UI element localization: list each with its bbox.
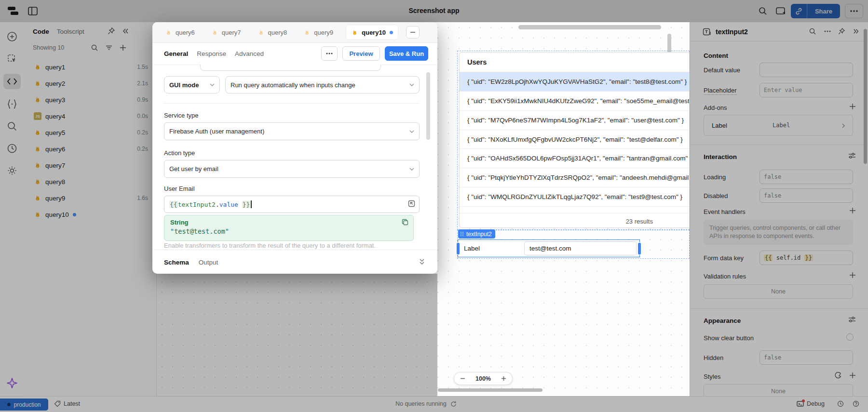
minimize-editor-button[interactable] [406, 26, 420, 39]
run-behavior-select[interactable]: Run query automatically when inputs chan… [225, 76, 420, 93]
users-table[interactable]: Users { "uid": "EW2z8LpOjhXwYQJuKYGVAVHa… [459, 52, 690, 228]
action-type-select[interactable]: Get user by email [164, 160, 420, 178]
preview-app-icon[interactable] [775, 6, 786, 16]
ai-assistant-sparkle-icon[interactable] [6, 377, 18, 389]
canvas-top-scrollbar[interactable] [518, 25, 661, 29]
table-row[interactable]: { "uid": "NXoKLfUmxfgQFgbvUW2ckcPT6Nj2",… [460, 130, 689, 149]
query-filter-icon[interactable] [105, 44, 113, 52]
add-query-icon[interactable] [119, 44, 127, 52]
expand-results-icon[interactable] [419, 258, 425, 266]
service-type-select[interactable]: Firebase Auth (user management) [164, 122, 420, 140]
editor-scrollbar[interactable] [426, 72, 430, 140]
copy-link-icon[interactable] [791, 4, 807, 18]
add-component-icon[interactable] [6, 31, 18, 42]
state-panel-icon[interactable] [6, 98, 18, 110]
canvas-bottom-scrollbar[interactable] [438, 388, 542, 392]
text-input-field[interactable]: test@test.com [524, 241, 637, 255]
collapse-panel-icon[interactable] [122, 27, 130, 35]
search-icon[interactable] [758, 6, 768, 16]
tab-output[interactable]: Output [199, 259, 218, 266]
query-search-icon[interactable] [91, 44, 98, 52]
help-icon[interactable] [853, 400, 859, 407]
query-list-item[interactable]: query3 0.9s [24, 92, 157, 108]
table-row[interactable]: { "uid": "M7QvP6neS7M7WImpn4L5og7K1aF2",… [460, 111, 689, 130]
tab-toolscript[interactable]: Toolscript [57, 28, 84, 35]
hidden-input[interactable]: false [760, 350, 853, 365]
query-list-item[interactable]: query2 2.1s [24, 75, 157, 92]
default-value-input[interactable] [760, 63, 853, 77]
table-row[interactable]: { "uid": "EW2z8LpOjhXwYQJuKYGVAVHaStG2",… [460, 72, 689, 92]
zoom-level[interactable]: 100% [475, 375, 491, 382]
zoom-in-icon[interactable] [501, 376, 506, 381]
environment-badge[interactable]: production [0, 399, 48, 411]
search-panel-icon[interactable] [6, 120, 18, 132]
resize-handle-left[interactable] [456, 242, 460, 255]
expand-panel-right-icon[interactable] [852, 27, 860, 35]
interaction-settings-icon[interactable] [848, 152, 856, 159]
table-row[interactable]: { "uid": "WMQLRGDnZYULIZikTLqgLjaz7Q92",… [460, 187, 689, 207]
styles-theme-icon[interactable] [835, 372, 842, 379]
query-tab-active[interactable]: query10 [346, 25, 398, 40]
preview-button[interactable]: Preview [342, 46, 380, 61]
query-list-item[interactable]: query5 0.2s [24, 124, 157, 141]
show-clear-checkbox[interactable] [846, 333, 854, 341]
loading-input[interactable]: false [760, 170, 853, 184]
inspector-pin-icon[interactable] [838, 27, 845, 35]
settings-gear-icon[interactable] [6, 165, 18, 176]
more-options-button[interactable] [845, 4, 863, 18]
code-panel-icon[interactable] [6, 76, 18, 87]
addons-add-icon[interactable] [849, 103, 856, 110]
query-tab[interactable]: query6 [165, 29, 195, 36]
zoom-out-icon[interactable] [460, 376, 465, 381]
query-list-item[interactable]: query9 1.6s [24, 190, 157, 206]
table-row[interactable]: { "uid": "OAHdSx565DOL6pwFOsp5jj31AQr1",… [460, 149, 689, 168]
form-data-key-input[interactable]: {{ self.id }} [760, 251, 853, 265]
inspector-search-icon[interactable] [809, 27, 816, 35]
query-list-item[interactable]: query7 [24, 157, 157, 173]
label-addon-row[interactable]: Label Label [704, 115, 853, 136]
query-tab[interactable]: query7 [211, 29, 241, 36]
query-tab[interactable]: query9 [303, 29, 333, 36]
tab-response[interactable]: Response [197, 50, 226, 57]
pin-panel-icon[interactable] [107, 27, 115, 35]
validation-add-icon[interactable] [849, 272, 856, 279]
query-list-item[interactable]: query10 [24, 206, 157, 223]
open-editor-icon[interactable] [408, 200, 415, 207]
share-button[interactable]: Share [807, 8, 840, 15]
query-list-item[interactable]: query1 1.5s [24, 59, 157, 75]
debug-button[interactable]: Debug [797, 400, 825, 407]
resize-handle-right[interactable] [637, 242, 641, 255]
version-selector[interactable]: Latest [54, 400, 80, 407]
table-row[interactable]: { "uid": "7VfzW3kO3Mc1bwriW9EN1HtE7DA3",… [460, 207, 689, 213]
share-split-button[interactable]: Share [791, 4, 840, 18]
selected-component-tag[interactable]: textInput2 [458, 229, 495, 239]
text-input-component[interactable]: Label test@test.com [458, 240, 639, 257]
history-status-icon[interactable] [837, 400, 844, 407]
tab-general[interactable]: General [164, 50, 188, 57]
query-list-item[interactable]: JS query4 0.0s [24, 108, 157, 124]
tab-code[interactable]: Code [33, 28, 49, 35]
table-row[interactable]: { "uid": "ExKY59ii1xMwkNIU4dKUfzZweG92",… [460, 92, 689, 111]
query-more-button[interactable] [321, 46, 338, 61]
gui-mode-select[interactable]: GUI mode [164, 76, 220, 93]
user-email-code-input[interactable]: {{textInput2.value }} [164, 196, 420, 213]
disabled-input[interactable]: false [760, 188, 853, 203]
inspector-more-icon[interactable] [824, 30, 831, 32]
tab-advanced[interactable]: Advanced [235, 50, 264, 57]
event-handlers-add-icon[interactable] [849, 207, 856, 214]
styles-add-icon[interactable] [849, 372, 856, 379]
query-list-item[interactable]: query6 0.2s [24, 141, 157, 157]
copy-icon[interactable] [402, 219, 408, 226]
inspector-scrollbar[interactable] [864, 29, 867, 164]
tab-schema[interactable]: Schema [164, 259, 189, 266]
appearance-settings-icon[interactable] [848, 316, 856, 323]
drag-handle-icon[interactable] [460, 231, 464, 237]
select-tool-icon[interactable] [6, 53, 18, 65]
refresh-icon[interactable] [450, 401, 457, 407]
history-panel-icon[interactable] [6, 143, 18, 154]
table-row[interactable]: { "uid": "PtqkjYtleYhDTYZlXqTdrzSRQpO2",… [460, 168, 689, 187]
placeholder-input[interactable]: Enter value [760, 83, 853, 97]
save-run-button[interactable]: Save & Run [385, 46, 428, 61]
query-tab[interactable]: query8 [258, 29, 287, 36]
query-list-item[interactable]: query8 [24, 173, 157, 190]
